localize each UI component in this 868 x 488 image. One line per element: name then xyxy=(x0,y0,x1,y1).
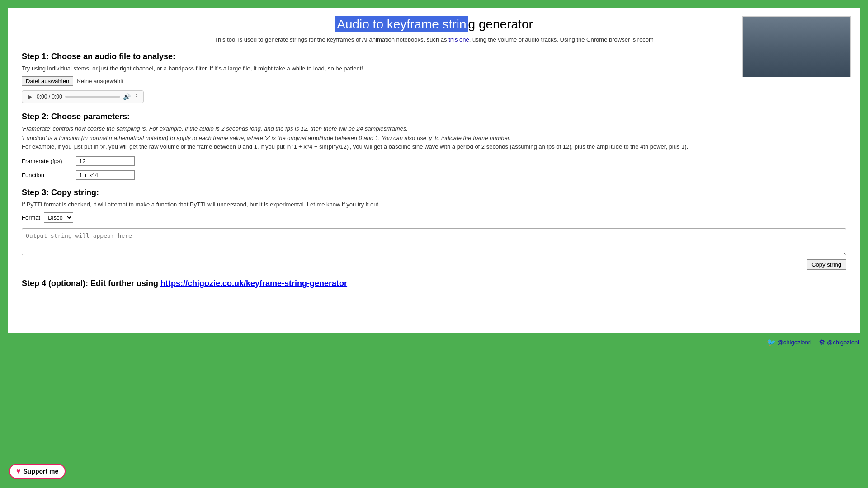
function-label: Function xyxy=(22,172,71,178)
framerate-label: Framerate (fps) xyxy=(22,158,71,164)
github-link[interactable]: ⚙ @chigozieni xyxy=(819,338,859,347)
this-one-link[interactable]: this one xyxy=(448,36,469,43)
step4-heading-text: Step 4 (optional): Edit further using xyxy=(22,279,158,288)
github-icon: ⚙ xyxy=(819,338,825,347)
framerate-input[interactable] xyxy=(76,156,135,166)
file-row: Datei auswählen Keine ausgewählt xyxy=(22,76,846,86)
step3-heading: Step 3: Copy string: xyxy=(22,188,846,197)
subtitle: This tool is used to generate strings fo… xyxy=(22,36,846,43)
output-textarea[interactable] xyxy=(22,228,846,255)
twitter-label: @chigozienri xyxy=(778,339,811,346)
support-me-label: Support me xyxy=(24,468,59,475)
page-title: Audio to keyframe string generator xyxy=(22,17,846,32)
twitter-icon: 🐦 xyxy=(767,338,776,347)
step2-heading: Step 2: Choose parameters: xyxy=(22,112,846,122)
format-label: Format xyxy=(22,214,40,221)
github-label: @chigozieni xyxy=(827,339,859,346)
file-choose-button[interactable]: Datei auswählen xyxy=(22,76,73,86)
step4-link[interactable]: https://chigozie.co.uk/keyframe-string-g… xyxy=(160,279,347,288)
file-name-display: Keine ausgewählt xyxy=(77,78,123,84)
progress-bar[interactable] xyxy=(65,96,120,98)
step1-heading: Step 1: Choose an audio file to analyse: xyxy=(22,52,846,61)
step4-heading: Step 4 (optional): Edit further using ht… xyxy=(22,279,846,288)
step3-description: If PyTTI format is checked, it will atte… xyxy=(22,201,846,208)
time-display: 0:00 / 0:00 xyxy=(37,94,62,100)
framerate-note: 'Framerate' controls how coarse the samp… xyxy=(22,125,846,132)
copy-string-button[interactable]: Copy string xyxy=(807,259,846,270)
framerate-row: Framerate (fps) xyxy=(22,156,846,166)
subtitle-continuation: , using the volume of audio tracks. Usin… xyxy=(469,36,654,43)
subtitle-text: This tool is used to generate strings fo… xyxy=(214,36,448,43)
title-rest: g generator xyxy=(468,17,533,31)
person-silhouette xyxy=(743,17,850,77)
format-select[interactable]: Disco PyTTI xyxy=(44,212,73,223)
more-options-icon[interactable]: ⋮ xyxy=(133,93,140,100)
play-button[interactable]: ▶ xyxy=(26,93,34,101)
twitter-link[interactable]: 🐦 @chigozienri xyxy=(767,338,811,347)
footer: 🐦 @chigozienri ⚙ @chigozieni xyxy=(0,333,868,351)
function-note2: For example, if you just put in 'x', you… xyxy=(22,143,846,150)
video-thumbnail xyxy=(742,16,851,77)
function-note1: 'Function' is a function (in normal math… xyxy=(22,135,846,141)
function-row: Function xyxy=(22,170,846,180)
volume-icon[interactable]: 🔊 xyxy=(123,93,131,100)
support-me-button[interactable]: ♥ Support me xyxy=(9,464,66,479)
function-input[interactable] xyxy=(76,170,135,180)
copy-row: Copy string xyxy=(22,259,846,270)
format-row: Format Disco PyTTI xyxy=(22,212,846,223)
step1-description: Try using individual stems, or just the … xyxy=(22,65,846,72)
main-container: Audio to keyframe string generator This … xyxy=(8,8,860,333)
heart-icon: ♥ xyxy=(16,467,21,475)
title-highlighted: Audio to keyframe strin xyxy=(335,16,468,32)
audio-player: ▶ 0:00 / 0:00 🔊 ⋮ xyxy=(22,90,144,103)
